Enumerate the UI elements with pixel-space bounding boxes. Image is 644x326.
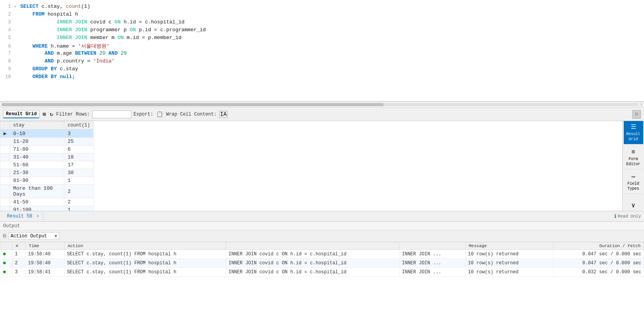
stay-cell: More than 100 Days: [10, 185, 64, 198]
message-column-header[interactable]: Message: [465, 242, 554, 250]
stay-cell: 0-10: [10, 130, 64, 138]
row-arrow: [0, 198, 10, 206]
action-table-row[interactable]: ●219:58:40SELECT c.stay, count(1) FROM h…: [0, 259, 644, 268]
duration-column-header[interactable]: Duration / Fetch: [554, 242, 644, 250]
join-column-header[interactable]: [226, 242, 400, 250]
code-token: h.id = c.hospital_id: [120, 19, 184, 25]
table-row[interactable]: 71-806: [0, 146, 94, 153]
scroll-thumb[interactable]: [2, 103, 384, 106]
code-line-1: 1•SELECT c.stay, count(1): [0, 3, 644, 11]
action-message-cell: 10 row(s) returned: [465, 259, 554, 268]
action-output-dropdown[interactable]: Action Output ▾: [9, 232, 59, 240]
row-arrow: [0, 185, 10, 198]
stay-cell: 91-100: [10, 206, 64, 211]
action-join2-cell: INNER JOIN ...: [400, 250, 465, 259]
count-cell: 6: [64, 146, 94, 153]
line-number: 4: [0, 27, 14, 33]
table-row[interactable]: More than 100 Days2: [0, 185, 94, 198]
count-column-header[interactable]: count(1): [64, 121, 94, 130]
status-ok-icon: ●: [3, 251, 7, 258]
join2-column-header[interactable]: [400, 242, 465, 250]
code-token: [96, 50, 99, 56]
stay-cell: 81-90: [10, 177, 64, 185]
action-message-cell: 10 row(s) returned: [465, 250, 554, 259]
line-content[interactable]: AND p.country = 'India': [19, 58, 115, 64]
result-tab[interactable]: Result 58 ×: [3, 212, 43, 221]
result-tab-close[interactable]: ×: [37, 214, 39, 219]
expand-panel-button[interactable]: □: [632, 110, 641, 119]
code-token: ;: [72, 74, 75, 80]
code-line-6: 6 WHERE h.name = '서울대병원': [0, 42, 644, 50]
line-content[interactable]: FROM hospital h: [19, 11, 78, 17]
data-table-wrapper[interactable]: stay count(1) ▶0-10311-202571-80631-4018…: [0, 121, 622, 211]
filter-rows-input[interactable]: [92, 110, 131, 118]
table-row[interactable]: 31-4018: [0, 153, 94, 161]
code-token: (1): [81, 4, 90, 9]
refresh-icon[interactable]: ↻: [49, 111, 54, 118]
code-token: [118, 50, 121, 56]
action-message-cell: 10 row(s) returned: [465, 268, 554, 277]
scroll-track[interactable]: [2, 103, 638, 106]
code-token: null: [60, 74, 72, 80]
action-output-table-wrapper[interactable]: # Time Action Message Duration / Fetch ●…: [0, 242, 644, 326]
stay-cell: 21-30: [10, 169, 64, 177]
action-table-row[interactable]: ●119:58:40SELECT c.stay, count(1) FROM h…: [0, 250, 644, 259]
line-number: 9: [0, 66, 14, 72]
line-number: 1: [0, 4, 14, 9]
code-token: ON: [115, 19, 121, 25]
line-content[interactable]: GROUP BY c.stay: [19, 66, 78, 72]
time-column-header[interactable]: Time: [26, 242, 65, 250]
line-content[interactable]: ORDER BY null;: [19, 74, 75, 80]
sidebar-scroll-down[interactable]: ∨: [630, 200, 637, 211]
row-arrow: [0, 169, 10, 177]
code-token: member m: [87, 35, 118, 41]
action-table-row[interactable]: ●319:58:41SELECT c.stay, count(1) FROM h…: [0, 268, 644, 277]
line-content[interactable]: WHERE h.name = '서울대병원': [19, 43, 110, 50]
bottom-tabs: Result 58 × ℹ Read Only: [0, 211, 644, 222]
table-row[interactable]: 21-3030: [0, 169, 94, 177]
table-row[interactable]: 11-2025: [0, 138, 94, 146]
stay-column-header[interactable]: stay: [10, 121, 64, 130]
row-arrow: ▶: [0, 130, 10, 138]
count-cell: 3: [64, 130, 94, 138]
count-cell: 1: [64, 206, 94, 211]
code-token: AND: [20, 58, 54, 64]
code-token: m.age: [54, 50, 75, 56]
line-content[interactable]: AND m.age BETWEEN 20 AND 29: [19, 50, 127, 56]
copy-icon[interactable]: ⎘: [3, 233, 6, 239]
line-number: 5: [0, 35, 14, 41]
line-content[interactable]: SELECT c.stay, count(1): [19, 4, 90, 9]
field-types-sidebar-button[interactable]: ⋯ FieldTypes: [624, 171, 643, 194]
action-duration-cell: 0.047 sec / 0.000 sec: [554, 259, 644, 268]
action-column-header[interactable]: Action: [64, 242, 226, 250]
code-token: INNER JOIN: [20, 19, 87, 25]
code-editor[interactable]: 1•SELECT c.stay, count(1)2 FROM hospital…: [0, 0, 644, 102]
table-row[interactable]: ▶0-103: [0, 130, 94, 138]
table-row[interactable]: 91-1001: [0, 206, 94, 211]
row-arrow: [0, 153, 10, 161]
action-duration-cell: 0.032 sec / 0.000 sec: [554, 268, 644, 277]
line-number: 2: [0, 12, 14, 17]
info-icon: ℹ: [614, 213, 616, 219]
table-row[interactable]: 81-901: [0, 177, 94, 185]
code-token: ORDER BY: [20, 74, 57, 80]
num-column-header[interactable]: #: [12, 242, 26, 250]
line-content[interactable]: INNER JOIN member m ON m.id = p.member_i…: [19, 35, 182, 41]
result-grid-button[interactable]: Result Grid: [3, 110, 39, 118]
line-content[interactable]: INNER JOIN programmer p ON p.id = c.prog…: [19, 27, 206, 33]
result-grid-sidebar-button[interactable]: ☰ ResultGrid: [624, 121, 643, 144]
wrap-cell-icon[interactable]: IA: [219, 111, 228, 118]
table-row[interactable]: 51-6017: [0, 161, 94, 169]
line-content[interactable]: INNER JOIN covid c ON h.id = c.hospital_…: [19, 19, 184, 25]
form-editor-sidebar-button[interactable]: ≡ FormEditor: [624, 146, 643, 169]
code-line-5: 5 INNER JOIN member m ON m.id = p.member…: [0, 34, 644, 42]
action-output-dropdown-label: Action Output: [11, 233, 47, 239]
line-number: 10: [0, 74, 14, 80]
result-tab-label: Result 58: [7, 214, 32, 219]
code-token: programmer p: [87, 27, 130, 33]
scroll-right-arrow[interactable]: ›: [640, 102, 644, 107]
grid-icon[interactable]: ⊞: [42, 111, 46, 118]
export-icon[interactable]: 📋: [156, 111, 164, 118]
table-row[interactable]: 41-502: [0, 198, 94, 206]
horizontal-scrollbar[interactable]: ›: [0, 102, 644, 108]
